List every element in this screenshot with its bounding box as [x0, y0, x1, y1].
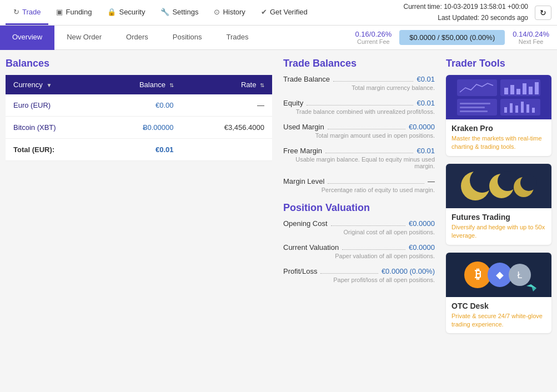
currency-eur-name: Euro (EUR): [13, 101, 51, 109]
profit-loss-item: Profit/Loss €0.0000 (0.00%) Paper profit…: [283, 267, 435, 283]
verify-icon: ✔: [261, 8, 267, 16]
free-margin-value: €0.01: [417, 147, 435, 155]
futures-trading-body: Futures Trading Diversify and hedge with…: [446, 208, 551, 245]
second-nav: Overview New Order Orders Positions Trad…: [0, 26, 557, 50]
middle-panel: Trade Balances Trade Balance €0.01 Total…: [272, 58, 446, 341]
nav-settings-label: Settings: [172, 8, 198, 16]
nav-trade[interactable]: ↻ Trade: [6, 0, 48, 25]
svg-rect-6: [516, 89, 520, 94]
svg-rect-5: [510, 85, 514, 94]
last-updated-label: Last Updated:: [438, 14, 479, 22]
fee-bar: 0.16/0.26% Current Fee $0.0000 / $50,000…: [347, 30, 557, 45]
nav-verified-label: Get Verified: [270, 8, 308, 16]
eur-balance: €0.00: [155, 101, 174, 109]
tab-bar: Overview New Order Orders Positions Trad…: [0, 26, 261, 50]
svg-rect-13: [504, 107, 507, 113]
col-balance: Balance ⇅: [100, 75, 181, 94]
col-rate: Rate ⇅: [182, 75, 273, 94]
dotted-sep: [331, 225, 406, 226]
dotted-sep: [320, 273, 378, 274]
trade-balance-desc: Total margin currency balance.: [283, 84, 435, 91]
margin-level-label: Margin Level: [283, 177, 324, 185]
dotted-sep: [333, 81, 413, 82]
svg-rect-12: [460, 110, 488, 112]
free-margin-desc: Usable margin balance. Equal to equity m…: [283, 156, 435, 169]
kraken-pro-body: Kraken Pro Master the markets with real-…: [446, 119, 551, 156]
nav-funding[interactable]: ▣ Funding: [48, 0, 99, 25]
current-time-label: Current time:: [403, 3, 441, 11]
dotted-sep: [328, 183, 424, 184]
nav-history[interactable]: ⊙ History: [206, 0, 253, 25]
middle-fee-value: $0.0000 / $50,000 (0.00%): [409, 33, 495, 42]
margin-level-desc: Percentage ratio of equity to used margi…: [283, 187, 435, 193]
otc-desk-card[interactable]: ₿ ◆ Ł OTC Desk Private & secure 24/7 whi…: [446, 253, 551, 334]
svg-text:◆: ◆: [496, 269, 504, 280]
svg-rect-14: [510, 103, 513, 113]
trade-balance-label: Trade Balance: [283, 75, 330, 83]
trade-balances-title: Trade Balances: [283, 58, 435, 69]
svg-rect-17: [526, 104, 529, 113]
dotted-sep: [342, 249, 405, 250]
nav-trade-label: Trade: [22, 8, 41, 16]
tab-orders[interactable]: Orders: [114, 26, 160, 50]
svg-rect-7: [523, 83, 526, 94]
trade-icon: ↻: [13, 8, 19, 16]
futures-trading-card[interactable]: Futures Trading Diversify and hedge with…: [446, 164, 551, 245]
current-valuation-value: €0.0000: [409, 243, 435, 252]
history-icon: ⊙: [214, 8, 220, 16]
middle-fee: $0.0000 / $50,000 (0.00%): [399, 30, 505, 45]
xbt-rate: €3,456.4000: [224, 123, 264, 132]
balances-table: Currency ▼ Balance ⇅ Rate ⇅ Euro (EUR): [6, 75, 272, 161]
nav-settings[interactable]: 🔧 Settings: [153, 0, 206, 25]
sort-rate-icon[interactable]: ⇅: [260, 82, 264, 88]
svg-rect-10: [460, 103, 490, 104]
current-valuation-item: Current Valuation €0.0000 Paper valuatio…: [283, 243, 435, 259]
tab-trades[interactable]: Trades: [214, 26, 261, 50]
main-content: Balances Currency ▼ Balance ⇅ Rate ⇅: [0, 50, 557, 349]
profit-loss-label: Profit/Loss: [283, 267, 317, 275]
total-value: €0.01: [155, 145, 174, 154]
futures-trading-desc: Diversify and hedge with up to 50x lever…: [451, 223, 546, 240]
current-fee-label: Current Fee: [357, 38, 390, 45]
col-currency-label: Currency: [13, 81, 43, 89]
trader-tools-panel: Trader Tools: [446, 58, 551, 341]
eur-rate: —: [257, 101, 264, 109]
funding-icon: ▣: [56, 8, 63, 16]
tab-positions[interactable]: Positions: [160, 26, 214, 50]
total-row: Total (EUR): €0.01: [6, 139, 272, 161]
svg-rect-8: [529, 87, 533, 94]
next-fee: 0.14/0.24% Next Fee: [505, 30, 557, 45]
svg-text:Ł: Ł: [518, 270, 523, 280]
table-header-row: Currency ▼ Balance ⇅ Rate ⇅: [6, 75, 272, 94]
last-updated-value: 20 seconds ago: [481, 14, 528, 22]
kraken-pro-card[interactable]: Kraken Pro Master the markets with real-…: [446, 75, 551, 156]
nav-security[interactable]: 🔒 Security: [99, 0, 153, 25]
top-nav: ↻ Trade ▣ Funding 🔒 Security 🔧 Settings …: [0, 0, 557, 26]
margin-level-value: —: [428, 177, 435, 185]
refresh-button[interactable]: ↻: [535, 6, 551, 20]
balances-panel: Balances Currency ▼ Balance ⇅ Rate ⇅: [6, 58, 272, 341]
currency-xbt-name: Bitcoin (XBT): [13, 123, 56, 132]
next-fee-label: Next Fee: [519, 38, 544, 45]
otc-desk-name: OTC Desk: [451, 301, 546, 310]
free-margin-item: Free Margin €0.01 Usable margin balance.…: [283, 147, 435, 169]
current-fee: 0.16/0.26% Current Fee: [347, 30, 399, 45]
equity-value: €0.01: [417, 99, 435, 107]
security-icon: 🔒: [107, 8, 116, 16]
xbt-balance: Ƀ0.00000: [143, 123, 174, 132]
sort-balance-icon[interactable]: ⇅: [169, 82, 174, 88]
svg-rect-11: [460, 107, 485, 108]
current-valuation-label: Current Valuation: [283, 243, 339, 252]
tab-new-order[interactable]: New Order: [54, 26, 114, 50]
svg-marker-32: [526, 284, 536, 288]
top-nav-right: Current time: 10-03-2019 13:58:01 +00:00…: [403, 2, 551, 23]
tab-overview-label: Overview: [12, 33, 42, 41]
tab-overview[interactable]: Overview: [0, 26, 54, 50]
svg-rect-16: [521, 102, 524, 113]
nav-get-verified[interactable]: ✔ Get Verified: [253, 0, 315, 25]
used-margin-value: €0.0000: [409, 123, 435, 131]
svg-rect-4: [504, 88, 508, 94]
sort-currency-icon[interactable]: ▼: [46, 82, 52, 88]
total-label: Total (EUR):: [13, 145, 54, 154]
otc-desk-image: ₿ ◆ Ł: [446, 253, 551, 297]
